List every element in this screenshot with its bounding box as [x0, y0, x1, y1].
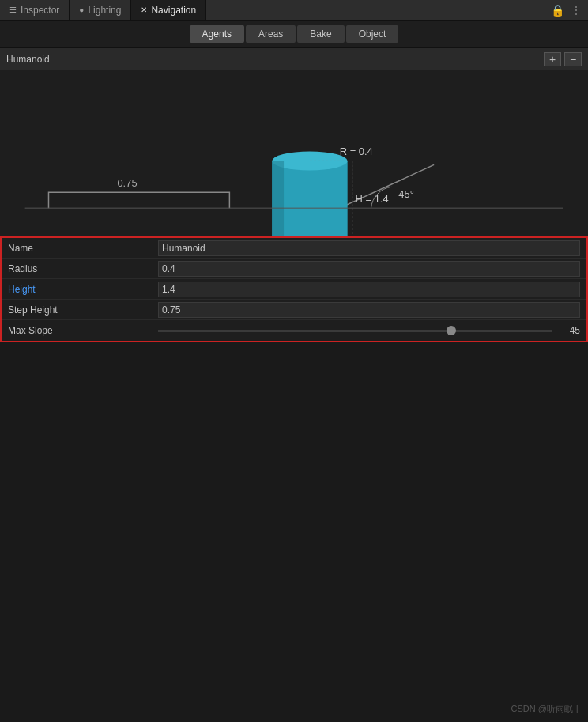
minus-button[interactable]: − — [564, 52, 582, 66]
tab-navigation-label: Navigation — [151, 5, 196, 16]
humanoid-row: Humanoid + − — [0, 48, 588, 70]
nav-tabs: Agents Areas Bake Object — [0, 21, 588, 48]
label-max-slope: Max Slope — [8, 325, 158, 336]
label-name: Name — [8, 243, 158, 254]
tab-inspector-label: Inspector — [21, 5, 59, 16]
inspector-icon: ☰ — [9, 6, 17, 14]
svg-text:R = 0.4: R = 0.4 — [340, 146, 373, 157]
form-row-max-slope: Max Slope 45 — [2, 320, 586, 341]
lighting-icon: ● — [79, 6, 84, 14]
nav-tab-bake[interactable]: Bake — [297, 25, 344, 43]
max-slope-slider[interactable] — [158, 330, 552, 332]
lock-icon[interactable]: 🔒 — [551, 4, 564, 17]
form-area: Name Radius Height Step Height Max Slope… — [0, 236, 588, 342]
tab-navigation[interactable]: ✕ Navigation — [131, 0, 206, 20]
diagram-svg: 0.75 R = 0.4 H = 1.4 45° — [0, 70, 588, 236]
svg-text:45°: 45° — [398, 188, 414, 200]
label-step-height: Step Height — [8, 304, 158, 316]
tab-bar: ☰ Inspector ● Lighting ✕ Navigation 🔒 ⋮ — [0, 0, 588, 21]
form-row-step-height: Step Height — [2, 300, 586, 320]
navigation-icon: ✕ — [141, 6, 147, 14]
label-height: Height — [8, 284, 158, 295]
humanoid-label: Humanoid — [6, 54, 50, 65]
tab-lighting-label: Lighting — [88, 5, 121, 16]
input-name[interactable] — [158, 240, 580, 256]
nav-tab-areas[interactable]: Areas — [246, 25, 296, 43]
tab-inspector[interactable]: ☰ Inspector — [0, 0, 70, 20]
tab-actions: 🔒 ⋮ — [545, 4, 588, 17]
svg-text:0.75: 0.75 — [117, 177, 137, 189]
nav-tab-agents[interactable]: Agents — [190, 25, 244, 43]
slider-container: 45 — [158, 325, 580, 336]
svg-rect-6 — [272, 161, 284, 236]
input-step-height[interactable] — [158, 302, 580, 318]
label-radius: Radius — [8, 263, 158, 274]
diagram-area: 0.75 R = 0.4 H = 1.4 45° — [0, 70, 588, 236]
form-row-height: Height — [2, 279, 586, 300]
form-row-name: Name — [2, 238, 586, 259]
plus-button[interactable]: + — [544, 52, 561, 66]
plus-minus-buttons: + − — [544, 52, 582, 66]
more-icon[interactable]: ⋮ — [571, 4, 582, 17]
tab-lighting[interactable]: ● Lighting — [70, 0, 131, 20]
watermark: CSDN @听雨眠丨 — [511, 703, 582, 715]
main-content: CSDN @听雨眠丨 — [0, 342, 588, 721]
form-row-radius: Radius — [2, 259, 586, 279]
nav-tab-object[interactable]: Object — [346, 25, 399, 43]
input-height[interactable] — [158, 282, 580, 297]
max-slope-value: 45 — [556, 325, 580, 336]
input-radius[interactable] — [158, 261, 580, 277]
